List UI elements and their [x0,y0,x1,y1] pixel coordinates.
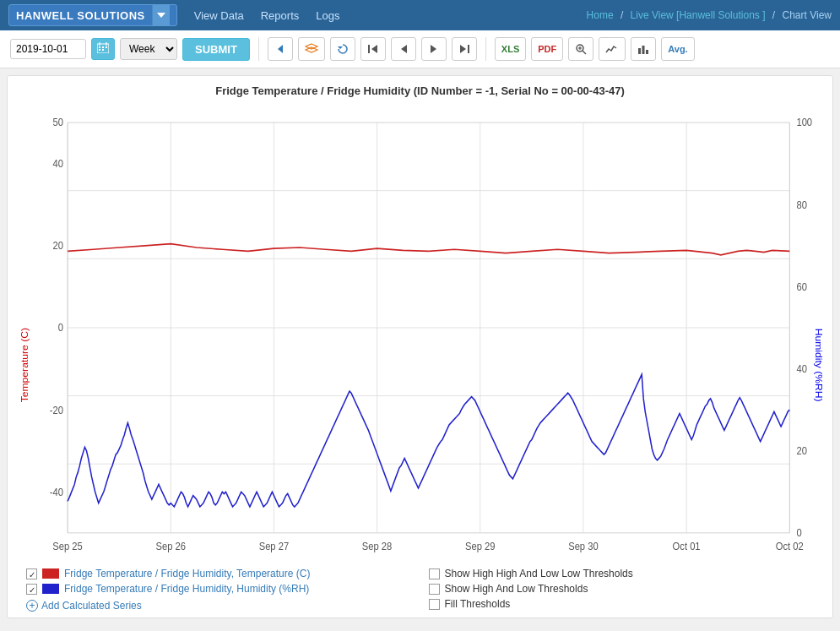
svg-rect-23 [638,48,641,54]
svg-text:100: 100 [796,117,812,128]
threshold-item-2: Show High And Low Thresholds [429,583,815,595]
add-calculated-series[interactable]: + Add Calculated Series [26,600,412,612]
svg-text:Sep 26: Sep 26 [156,540,186,552]
nav-logs[interactable]: Logs [316,9,339,22]
avg-button[interactable]: Avg. [661,37,694,61]
svg-text:Humidity (%RH): Humidity (%RH) [814,329,824,402]
first-button[interactable] [360,37,386,61]
threshold-label-2: Show High And Low Thresholds [445,583,588,595]
line-chart-button[interactable] [599,37,626,61]
svg-text:20: 20 [796,445,807,457]
svg-marker-11 [306,47,317,52]
svg-marker-12 [338,46,343,49]
svg-text:40: 40 [796,363,807,375]
chart-svg: Temperature (C) Humidity (%RH) [16,104,824,561]
threshold-checkbox-2[interactable] [429,584,440,595]
legend-item-humidity: Fridge Temperature / Fridge Humidity, Hu… [26,583,412,595]
breadcrumb-home[interactable]: Home [587,9,614,21]
svg-marker-9 [278,45,283,53]
submit-button[interactable]: SUBMIT [182,38,250,61]
svg-marker-10 [306,44,317,49]
svg-text:Sep 27: Sep 27 [259,540,289,552]
breadcrumb-sep2: / [772,9,775,21]
svg-text:50: 50 [53,117,64,128]
svg-text:Oct 02: Oct 02 [776,540,804,552]
legend: Fridge Temperature / Fridge Humidity, Te… [16,561,824,615]
breadcrumb-live-view[interactable]: Live View [Hanwell Solutions ] [631,9,766,21]
breadcrumb-current: Chart View [783,9,832,21]
plus-icon: + [26,600,38,612]
date-input[interactable] [10,39,86,59]
svg-marker-0 [157,13,165,18]
legend-color-temperature [42,568,59,579]
chart-title: Fridge Temperature / Fridge Humidity (ID… [16,84,824,97]
threshold-label-1: Show High High And Low Low Thresholds [445,568,633,579]
svg-text:Sep 29: Sep 29 [465,540,495,552]
legend-label-humidity[interactable]: Fridge Temperature / Fridge Humidity, Hu… [64,583,309,595]
next-button[interactable] [421,37,447,61]
nav-reports[interactable]: Reports [261,9,300,22]
svg-marker-15 [401,45,407,53]
legend-color-humidity [42,584,59,594]
last-button[interactable] [452,37,477,61]
legend-label-temperature[interactable]: Fridge Temperature / Fridge Humidity, Te… [64,568,310,579]
svg-text:60: 60 [796,280,807,292]
bar-chart-button[interactable] [631,37,656,61]
toolbar-separator-1 [258,37,259,61]
legend-left: Fridge Temperature / Fridge Humidity, Te… [26,568,412,612]
brand-name: HANWELL SOLUTIONS [16,9,145,22]
nav-view-data[interactable]: View Data [194,9,244,22]
export-pdf-button[interactable]: PDF [531,37,563,61]
svg-text:Temperature (C): Temperature (C) [19,328,30,402]
legend-right: Show High High And Low Low Thresholds Sh… [412,568,815,612]
calendar-button[interactable] [91,38,115,60]
svg-rect-3 [102,46,104,48]
svg-rect-4 [106,46,107,48]
breadcrumb: Home / Live View [Hanwell Solutions ] / … [587,9,832,21]
main-content: Fridge Temperature / Fridge Humidity (ID… [7,75,833,618]
svg-text:80: 80 [796,199,807,210]
export-excel-button[interactable]: XLS [495,37,526,61]
svg-text:Sep 25: Sep 25 [52,540,82,552]
svg-rect-1 [97,44,109,53]
svg-rect-24 [642,46,645,54]
breadcrumb-sep1: / [621,9,623,21]
brand-dropdown[interactable] [152,5,170,25]
svg-text:20: 20 [53,240,64,252]
svg-text:-40: -40 [50,486,64,498]
legend-checkbox-temperature[interactable] [26,568,37,579]
svg-text:0: 0 [796,527,802,539]
nav-back-button[interactable] [268,37,293,61]
toolbar-separator-2 [485,37,486,61]
threshold-item-1: Show High High And Low Low Thresholds [429,568,815,579]
add-series-label[interactable]: Add Calculated Series [41,600,142,612]
svg-rect-25 [646,50,648,54]
legend-item-temperature: Fridge Temperature / Fridge Humidity, Te… [26,568,412,579]
svg-text:0: 0 [58,322,64,334]
legend-checkbox-humidity[interactable] [26,584,37,595]
prev-button[interactable] [391,37,416,61]
threshold-checkbox-1[interactable] [429,568,440,579]
svg-rect-6 [102,49,104,51]
brand-area: HANWELL SOLUTIONS [8,4,177,26]
toolbar: Week Day Month Year SUBMIT [0,30,840,68]
navbar: HANWELL SOLUTIONS View Data Reports Logs… [0,0,840,30]
svg-marker-18 [460,45,466,53]
svg-marker-14 [371,45,377,53]
zoom-button[interactable] [568,37,593,61]
svg-rect-2 [99,46,100,48]
svg-text:40: 40 [53,158,64,170]
layers-button[interactable] [298,37,325,61]
threshold-item-3: Fill Thresholds [429,598,815,610]
chart-area: Temperature (C) Humidity (%RH) [16,104,824,561]
refresh-button[interactable] [330,37,355,61]
period-select[interactable]: Week Day Month Year [120,38,177,60]
svg-text:-20: -20 [50,404,64,416]
svg-text:Sep 30: Sep 30 [568,540,599,552]
svg-line-20 [583,51,586,54]
svg-text:Oct 01: Oct 01 [673,540,701,552]
threshold-checkbox-3[interactable] [429,599,440,610]
threshold-label-3: Fill Thresholds [445,598,511,610]
svg-text:Sep 28: Sep 28 [362,540,392,552]
svg-rect-5 [99,49,100,51]
